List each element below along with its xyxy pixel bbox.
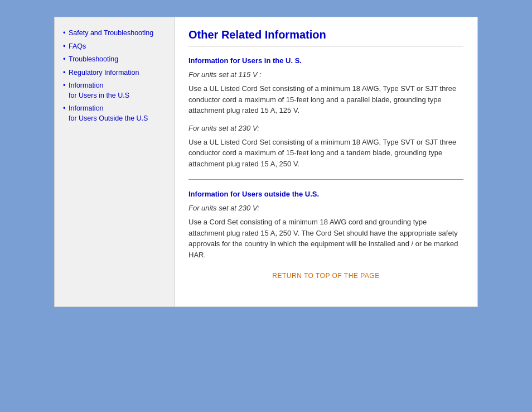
sidebar-link-faqs[interactable]: FAQs (69, 42, 86, 50)
sidebar-item-info-us[interactable]: Information for Users in the U.S (63, 81, 168, 100)
section-us-block2-italic: For units set at 230 V: (188, 124, 463, 132)
sidebar-link-info-outside[interactable]: Information for Users Outside the U.S (69, 104, 148, 122)
section-outside-heading: Information for Users outside the U.S. (188, 190, 463, 198)
section-us-block2-text: Use a UL Listed Cord Set consisting of a… (188, 137, 463, 170)
top-divider (188, 46, 463, 46)
sidebar-link-troubleshooting[interactable]: Troubleshooting (69, 55, 118, 63)
sidebar: Safety and Troubleshooting FAQs Troubles… (55, 17, 175, 306)
sidebar-link-regulatory[interactable]: Regulatory Information (69, 69, 139, 76)
mid-divider (188, 179, 463, 180)
return-to-top-link[interactable]: RETURN TO TOP OF THE PAGE (272, 272, 379, 280)
return-to-top[interactable]: RETURN TO TOP OF THE PAGE (188, 271, 463, 280)
sidebar-item-faqs[interactable]: FAQs (63, 42, 168, 52)
section-outside: Information for Users outside the U.S. F… (188, 190, 463, 260)
section-outside-block1-italic: For units set at 230 V: (188, 204, 463, 212)
sidebar-nav: Safety and Troubleshooting FAQs Troubles… (63, 28, 168, 123)
sidebar-item-troubleshooting[interactable]: Troubleshooting (63, 55, 168, 65)
section-us-block1-text: Use a UL Listed Cord Set consisting of a… (188, 83, 463, 116)
sidebar-item-safety[interactable]: Safety and Troubleshooting (63, 28, 168, 39)
section-us-block1-italic: For units set at 115 V : (188, 70, 463, 79)
page-title: Other Related Information (188, 28, 463, 41)
sidebar-item-info-outside[interactable]: Information for Users Outside the U.S (63, 104, 168, 123)
sidebar-item-info-outside-sub: for Users Outside the U.S (69, 114, 148, 122)
sidebar-link-safety[interactable]: Safety and Troubleshooting (69, 29, 153, 37)
main-content: Other Related Information Information fo… (175, 17, 477, 306)
section-us: Information for Users in the U. S. For u… (188, 56, 463, 169)
sidebar-item-info-us-sub: for Users in the U.S (69, 92, 129, 99)
section-outside-block1-text: Use a Cord Set consisting of a minimum 1… (188, 217, 463, 260)
page-wrapper: Safety and Troubleshooting FAQs Troubles… (54, 17, 478, 307)
sidebar-item-regulatory[interactable]: Regulatory Information (63, 68, 168, 78)
section-us-heading: Information for Users in the U. S. (188, 56, 463, 65)
sidebar-link-info-us[interactable]: Information for Users in the U.S (69, 82, 129, 99)
